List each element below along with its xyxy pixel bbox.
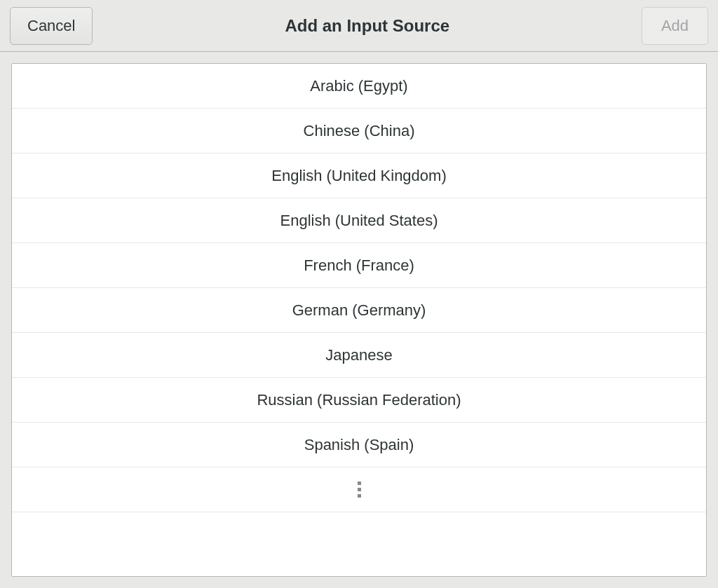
content-area: Arabic (Egypt) Chinese (China) English (…: [0, 52, 718, 588]
list-item[interactable]: Spanish (Spain): [12, 423, 706, 467]
list-item-label: Arabic (Egypt): [310, 77, 407, 95]
list-item-label: English (United Kingdom): [271, 167, 446, 185]
list-item-label: Chinese (China): [304, 122, 415, 140]
dialog-title: Add an Input Source: [93, 16, 642, 36]
list-item-label: English (United States): [280, 212, 438, 230]
list-item-label: Japanese: [325, 346, 392, 364]
list-item-label: Spanish (Spain): [304, 436, 414, 454]
list-item[interactable]: Russian (Russian Federation): [12, 378, 706, 423]
header-bar: Cancel Add an Input Source Add: [0, 0, 718, 52]
input-source-list: Arabic (Egypt) Chinese (China) English (…: [11, 63, 707, 577]
list-item-label: Russian (Russian Federation): [257, 391, 461, 409]
list-item[interactable]: Japanese: [12, 333, 706, 378]
list-item[interactable]: French (France): [12, 243, 706, 288]
list-item[interactable]: English (United Kingdom): [12, 153, 706, 198]
list-item-label: French (France): [304, 257, 414, 275]
add-button[interactable]: Add: [642, 7, 708, 45]
more-icon: [358, 481, 361, 498]
add-input-source-dialog: Cancel Add an Input Source Add Arabic (E…: [0, 0, 718, 588]
list-item[interactable]: Arabic (Egypt): [12, 64, 706, 109]
list-item-label: German (Germany): [292, 301, 426, 320]
list-item[interactable]: Chinese (China): [12, 109, 706, 153]
list-item[interactable]: German (Germany): [12, 288, 706, 333]
cancel-button[interactable]: Cancel: [10, 7, 93, 45]
more-button[interactable]: [12, 467, 706, 512]
list-item[interactable]: English (United States): [12, 198, 706, 243]
